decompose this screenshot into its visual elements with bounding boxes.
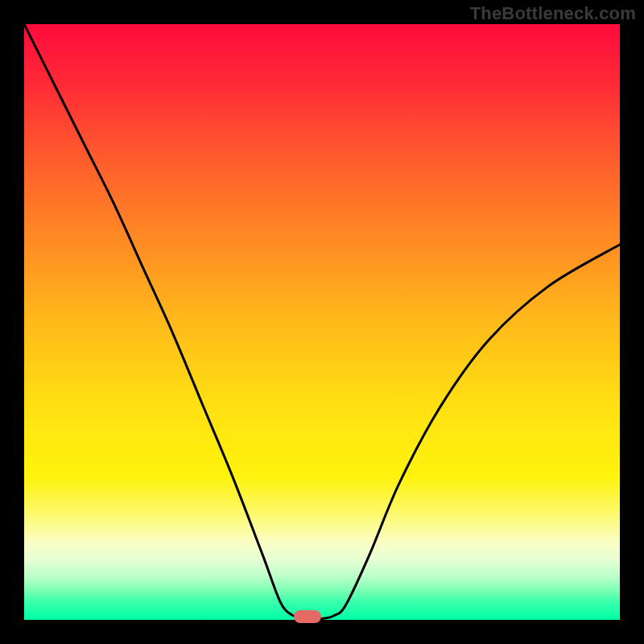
bottleneck-curve: [24, 24, 620, 620]
plot-area: [24, 24, 620, 620]
watermark-text: TheBottleneck.com: [470, 3, 636, 24]
chart-frame: TheBottleneck.com: [0, 0, 644, 644]
optimum-marker: [294, 610, 321, 623]
curve-path: [24, 24, 620, 619]
